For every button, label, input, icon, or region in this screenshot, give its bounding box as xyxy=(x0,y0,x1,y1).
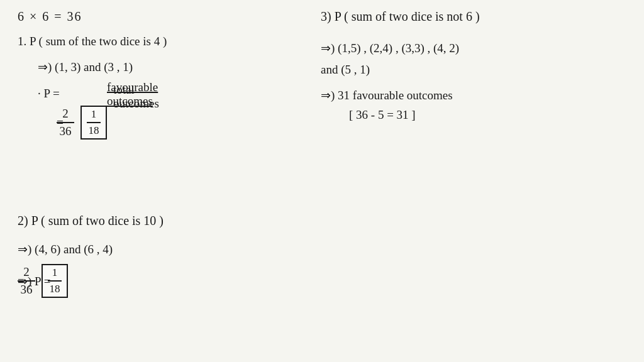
prob2-answer-den: 18 xyxy=(50,283,60,295)
prob2-outcomes: ⇒) (4, 6) and (6 , 4) xyxy=(18,242,113,256)
prob1-total-label: total outcomes xyxy=(113,83,159,111)
prob1-outcomes: ⇒) (1, 3) and (3 , 1) xyxy=(38,60,133,74)
prob1-p-equals: · P = xyxy=(38,87,60,101)
prob1-answer-den: 18 xyxy=(89,124,99,137)
prob3-heading: 3) P ( sum of two dice is not 6 ) xyxy=(321,9,480,24)
top-equation: 6 × 6 = 36 xyxy=(18,9,82,24)
prob1-answer-num: 1 xyxy=(91,108,97,121)
prob1-answer-box: 1 18 xyxy=(80,106,107,140)
prob2-frac-row: ⇒) P = 2 36 = 1 18 xyxy=(18,264,68,298)
prob3-outcomes2: and (5 , 1) xyxy=(321,63,370,77)
prob2-equals: = xyxy=(18,274,25,288)
prob2-answer-num: 1 xyxy=(52,266,58,279)
prob1-heading: 1. P ( sum of the two dice is 4 ) xyxy=(18,35,167,48)
prob1-frac-row: = 2 36 = 1 18 xyxy=(57,106,107,140)
prob3-favourable: ⇒) 31 favourable outcomes xyxy=(321,88,453,102)
prob1-equals2: = xyxy=(57,116,64,129)
prob2-heading: 2) P ( sum of two dice is 10 ) xyxy=(18,214,164,228)
prob3-outcomes1: ⇒) (1,5) , (2,4) , (3,3) , (4, 2) xyxy=(321,41,459,55)
prob3-bracket: [ 36 - 5 = 31 ] xyxy=(349,108,416,122)
